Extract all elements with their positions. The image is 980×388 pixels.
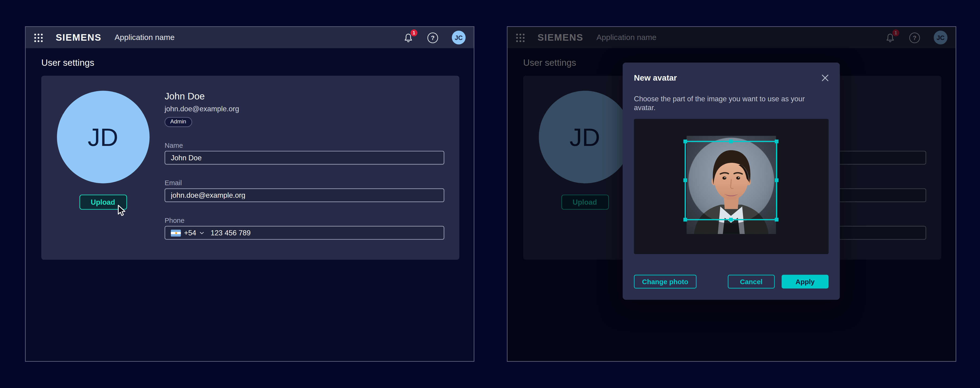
crop-handle-ne[interactable] xyxy=(775,140,779,143)
crop-handle-nw[interactable] xyxy=(683,140,687,143)
dial-code[interactable]: +54 xyxy=(184,229,196,237)
email-input[interactable] xyxy=(164,188,444,202)
dialog-description: Choose the part of the image you want to… xyxy=(634,95,818,112)
crop-handle-n[interactable] xyxy=(729,140,733,143)
dialog-title: New avatar xyxy=(634,74,677,82)
siemens-logo: SIEMENS xyxy=(56,27,102,48)
crop-handle-se[interactable] xyxy=(775,218,779,221)
help-icon[interactable]: ? xyxy=(428,32,438,43)
uploaded-photo xyxy=(687,136,776,234)
role-badge: Admin xyxy=(164,117,192,127)
argentina-flag-icon xyxy=(171,229,181,236)
crop-selection[interactable] xyxy=(685,141,777,220)
close-button[interactable] xyxy=(820,73,830,83)
phone-number: 123 456 789 xyxy=(210,229,250,237)
close-icon xyxy=(821,74,828,81)
name-label: Name xyxy=(164,142,444,149)
app-header: SIEMENS Application name 1 ? JC xyxy=(25,27,474,48)
notification-count-badge: 1 xyxy=(410,29,417,36)
profile-avatar: JD xyxy=(57,91,150,184)
stage: SIEMENS Application name 1 ? JC User set… xyxy=(0,0,980,388)
profile-email: john.doe@example.org xyxy=(164,105,444,113)
page-title: User settings xyxy=(41,57,458,68)
notifications-button[interactable]: 1 xyxy=(403,32,414,43)
email-label: Email xyxy=(164,179,444,186)
crop-handle-w[interactable] xyxy=(683,178,687,182)
app-launcher-icon[interactable] xyxy=(34,33,43,42)
new-avatar-dialog: New avatar Choose the part of the image … xyxy=(623,62,840,300)
change-photo-button[interactable]: Change photo xyxy=(634,275,697,288)
header-user-avatar[interactable]: JC xyxy=(452,31,466,45)
application-name: Application name xyxy=(115,33,175,42)
chevron-down-icon[interactable] xyxy=(199,232,204,235)
profile-name: John Doe xyxy=(164,91,444,101)
user-settings-window: SIEMENS Application name 1 ? JC User set… xyxy=(25,26,474,362)
apply-button[interactable]: Apply xyxy=(781,275,829,288)
crop-handle-s[interactable] xyxy=(729,218,733,221)
cancel-button[interactable]: Cancel xyxy=(728,275,775,288)
user-settings-card: JD Upload John Doe john.doe@example.org … xyxy=(41,76,459,260)
crop-handle-e[interactable] xyxy=(775,178,779,182)
phone-label: Phone xyxy=(164,216,444,224)
mouse-cursor-icon xyxy=(118,205,126,217)
name-input[interactable] xyxy=(164,151,444,164)
phone-input[interactable]: +54 123 456 789 xyxy=(164,226,444,240)
avatar-crop-canvas xyxy=(634,119,829,254)
crop-handle-sw[interactable] xyxy=(683,218,687,221)
